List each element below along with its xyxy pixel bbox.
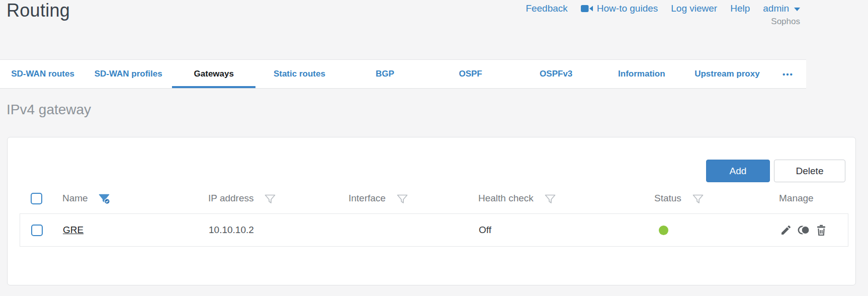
help-link[interactable]: Help xyxy=(730,3,750,14)
edit-icon[interactable] xyxy=(779,224,793,237)
gateway-name-link[interactable]: GRE xyxy=(63,225,83,235)
log-viewer-link[interactable]: Log viewer xyxy=(671,3,717,14)
page-title: Routing xyxy=(7,0,70,21)
column-header-name: Name xyxy=(62,191,208,205)
tab-gateways[interactable]: Gateways xyxy=(171,60,256,88)
section-title: IPv4 gateway xyxy=(7,102,91,118)
tab-ospfv3[interactable]: OSPFv3 xyxy=(513,60,599,88)
tab-sd-wan-profiles[interactable]: SD-WAN profiles xyxy=(85,60,171,88)
status-up-indicator xyxy=(659,226,668,235)
column-header-status: Status xyxy=(654,191,779,205)
column-header-interface: Interface xyxy=(349,191,478,205)
filter-icon[interactable] xyxy=(544,192,557,205)
user-menu[interactable]: admin xyxy=(763,3,800,14)
delete-icon[interactable] xyxy=(815,224,828,237)
column-header-manage: Manage xyxy=(779,193,848,204)
chevron-down-icon xyxy=(794,8,800,11)
column-header-ip-address: IP address xyxy=(208,191,349,205)
filter-icon[interactable] xyxy=(691,192,705,205)
clone-icon[interactable] xyxy=(797,224,810,237)
gateway-table-card: Add Delete Name IP address xyxy=(7,137,856,285)
brand-label: Sophos xyxy=(771,17,800,27)
tab-sd-wan-routes[interactable]: SD-WAN routes xyxy=(0,60,85,88)
tab-ospf[interactable]: OSPF xyxy=(428,60,513,88)
manage-cell xyxy=(779,224,848,237)
table-header-row: Name IP address Interface xyxy=(20,187,848,210)
tab-bar: SD-WAN routes SD-WAN profiles Gateways S… xyxy=(0,59,806,89)
video-camera-icon xyxy=(581,5,593,13)
row-checkbox[interactable] xyxy=(31,225,43,236)
tab-upstream-proxy[interactable]: Upstream proxy xyxy=(684,60,770,88)
ip-address-value: 10.10.10.2 xyxy=(209,225,349,236)
tab-information[interactable]: Information xyxy=(599,60,684,88)
more-tabs-button[interactable]: ••• xyxy=(770,60,806,88)
routing-page: Routing Feedback How-to guides Log viewe… xyxy=(0,0,868,296)
how-to-guides-link[interactable]: How-to guides xyxy=(581,3,658,14)
header-links: Feedback How-to guides Log viewer Help a… xyxy=(526,3,800,14)
filter-icon[interactable] xyxy=(264,192,277,205)
column-header-health-check: Health check xyxy=(478,191,654,205)
delete-button[interactable]: Delete xyxy=(774,160,845,182)
health-check-value: Off xyxy=(479,225,655,236)
select-all-checkbox[interactable] xyxy=(31,193,42,204)
tab-bgp[interactable]: BGP xyxy=(342,60,427,88)
filter-icon[interactable] xyxy=(396,192,409,205)
filter-active-icon[interactable] xyxy=(98,192,111,205)
tab-static-routes[interactable]: Static routes xyxy=(256,60,342,88)
table-row: GRE 10.10.10.2 Off xyxy=(20,213,848,247)
add-button[interactable]: Add xyxy=(706,160,770,182)
feedback-link[interactable]: Feedback xyxy=(526,3,567,14)
